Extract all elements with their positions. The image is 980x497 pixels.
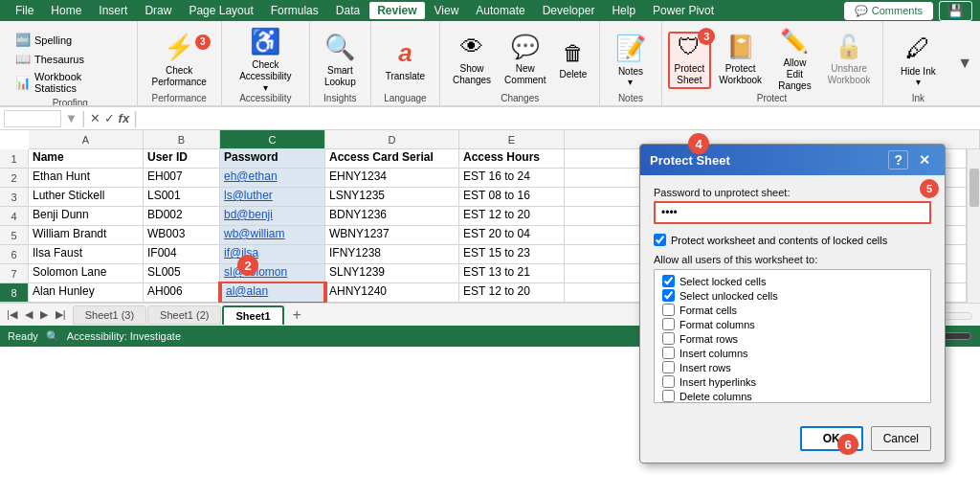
checkbox-select-unlocked[interactable] <box>662 289 675 302</box>
save-button[interactable]: 💾 <box>939 1 972 21</box>
cell-reference-input[interactable]: C15 <box>4 110 61 127</box>
checkbox-format-rows[interactable] <box>662 332 675 345</box>
cell-a8[interactable]: Alan Hunley <box>29 283 144 302</box>
cell-a1[interactable]: Name <box>29 149 144 168</box>
cell-c3[interactable]: ls@luther <box>220 188 325 206</box>
cell-c7[interactable]: sl@solomon <box>220 264 325 282</box>
vertical-scrollbar[interactable] <box>967 149 980 303</box>
cell-d1[interactable]: Access Card Serial <box>325 149 459 168</box>
sheet-nav-prev[interactable]: ◀ <box>22 307 35 322</box>
delete-button[interactable]: 🗑 Delete <box>554 32 591 89</box>
row-num-4[interactable]: 4 <box>0 207 29 226</box>
cell-a3[interactable]: Luther Stickell <box>29 188 144 206</box>
allow-edit-ranges-button[interactable]: ✏️ Allow EditRanges <box>769 32 820 89</box>
protect-workbook-button[interactable]: 📔 ProtectWorkbook <box>713 32 768 89</box>
cell-e4[interactable]: EST 12 to 20 <box>459 207 565 225</box>
menu-help[interactable]: Help <box>604 2 643 19</box>
cell-a6[interactable]: Ilsa Faust <box>29 245 144 263</box>
sheet-nav-last[interactable]: ▶| <box>53 307 69 322</box>
cell-e8[interactable]: EST 12 to 20 <box>459 283 565 302</box>
menu-formulas[interactable]: Formulas <box>263 2 326 19</box>
row-num-6[interactable]: 6 <box>0 245 29 264</box>
smart-lookup-button[interactable]: 🔍 SmartLookup <box>318 32 363 89</box>
function-icon[interactable]: fx <box>119 111 130 125</box>
show-changes-button[interactable]: 👁 ShowChanges <box>448 32 496 89</box>
menu-automate[interactable]: Automate <box>468 2 532 19</box>
sheet-nav-next[interactable]: ▶ <box>37 307 51 322</box>
cell-d2[interactable]: EHNY1234 <box>325 169 459 187</box>
comments-button[interactable]: 💬 Comments <box>844 2 933 20</box>
menu-draw[interactable]: Draw <box>137 2 179 19</box>
menu-review[interactable]: Review <box>369 2 424 19</box>
cancel-icon[interactable]: ✕ <box>90 111 100 125</box>
cell-a7[interactable]: Solomon Lane <box>29 264 144 282</box>
row-num-2[interactable]: 2 <box>0 169 29 188</box>
notes-button[interactable]: 📝 Notes ▾ <box>608 32 653 89</box>
menu-insert[interactable]: Insert <box>91 2 135 19</box>
menu-home[interactable]: Home <box>43 2 89 19</box>
cell-e6[interactable]: EST 15 to 23 <box>459 245 565 263</box>
cell-e7[interactable]: EST 13 to 21 <box>459 264 565 282</box>
cell-c2[interactable]: eh@ethan <box>220 169 325 187</box>
cell-c8[interactable]: al@alan <box>220 283 325 302</box>
cell-a5[interactable]: William Brandt <box>29 226 144 244</box>
cell-b4[interactable]: BD002 <box>144 207 220 225</box>
cell-b6[interactable]: IF004 <box>144 245 220 263</box>
cell-b8[interactable]: AH006 <box>144 283 220 302</box>
cell-e1[interactable]: Access Hours <box>459 149 565 168</box>
protect-sheet-dialog[interactable]: Protect Sheet ? ✕ 4 Password to unprotec… <box>639 144 946 347</box>
menu-pagelayout[interactable]: Page Layout <box>181 2 260 19</box>
menu-developer[interactable]: Developer <box>535 2 603 19</box>
sheet-tab-2[interactable]: Sheet1 (2) <box>147 305 221 325</box>
cell-b3[interactable]: LS001 <box>144 188 220 206</box>
cell-e2[interactable]: EST 16 to 24 <box>459 169 565 187</box>
cell-b5[interactable]: WB003 <box>144 226 220 244</box>
dialog-close-icon[interactable]: ✕ <box>914 151 935 169</box>
check-accessibility-button[interactable]: ♿ CheckAccessibility ▾ <box>230 32 301 89</box>
checkbox-format-cells[interactable] <box>662 304 675 316</box>
cell-c5[interactable]: wb@william <box>220 226 325 244</box>
row-num-7[interactable]: 7 <box>0 264 29 283</box>
sheet-tab-1[interactable]: Sheet1 (3) <box>73 305 146 325</box>
checkbox-select-locked[interactable] <box>662 275 675 287</box>
cell-e3[interactable]: EST 08 to 16 <box>459 188 565 206</box>
workbook-statistics-button[interactable]: 📊 Workbook Statistics <box>11 69 129 96</box>
protect-sheet-button[interactable]: 3 🛡 ProtectSheet <box>668 32 712 89</box>
new-comment-button[interactable]: 💬 NewComment <box>500 32 550 89</box>
col-header-b[interactable]: B <box>144 130 220 148</box>
cell-d3[interactable]: LSNY1235 <box>325 188 459 206</box>
cell-d7[interactable]: SLNY1239 <box>325 264 459 282</box>
row-num-1[interactable]: 1 <box>0 149 29 169</box>
cell-d4[interactable]: BDNY1236 <box>325 207 459 225</box>
translate-button[interactable]: a Translate <box>379 32 432 89</box>
row-num-3[interactable]: 3 <box>0 188 29 207</box>
confirm-icon[interactable]: ✓ <box>104 111 115 125</box>
cell-d8[interactable]: AHNY1240 <box>325 283 459 302</box>
dialog-help-icon[interactable]: ? <box>888 150 908 169</box>
thesaurus-button[interactable]: 📖 Thesaurus <box>11 50 129 68</box>
sheet-nav-first[interactable]: |◀ <box>4 307 20 322</box>
add-sheet-button[interactable]: + <box>285 304 309 327</box>
menu-data[interactable]: Data <box>328 2 368 19</box>
cell-b2[interactable]: EH007 <box>144 169 220 187</box>
cell-a4[interactable]: Benji Dunn <box>29 207 144 225</box>
cell-d6[interactable]: IFNY1238 <box>325 245 459 263</box>
unshare-workbook-button[interactable]: 🔓 UnshareWorkbook <box>822 32 877 89</box>
cell-c1[interactable]: Password <box>220 149 325 168</box>
col-header-a[interactable]: A <box>29 130 144 148</box>
checkbox-format-columns[interactable] <box>662 318 675 330</box>
ribbon-scroll-right[interactable]: ▼ <box>953 21 976 105</box>
cell-d5[interactable]: WBNY1237 <box>325 226 459 244</box>
cell-b1[interactable]: User ID <box>144 149 220 168</box>
row-num-8[interactable]: 8 <box>0 283 29 303</box>
col-header-e[interactable]: E <box>459 130 565 148</box>
password-input[interactable] <box>654 201 931 224</box>
cell-b7[interactable]: SL005 <box>144 264 220 282</box>
cell-e5[interactable]: EST 20 to 04 <box>459 226 565 244</box>
formula-input[interactable] <box>142 112 976 125</box>
spelling-button[interactable]: 🔤 Spelling <box>11 31 129 49</box>
row-num-5[interactable]: 5 <box>0 226 29 245</box>
menu-file[interactable]: File <box>8 2 41 19</box>
protect-worksheet-checkbox[interactable] <box>654 234 666 246</box>
hide-ink-button[interactable]: 🖊 Hide Ink ▾ <box>891 32 947 89</box>
